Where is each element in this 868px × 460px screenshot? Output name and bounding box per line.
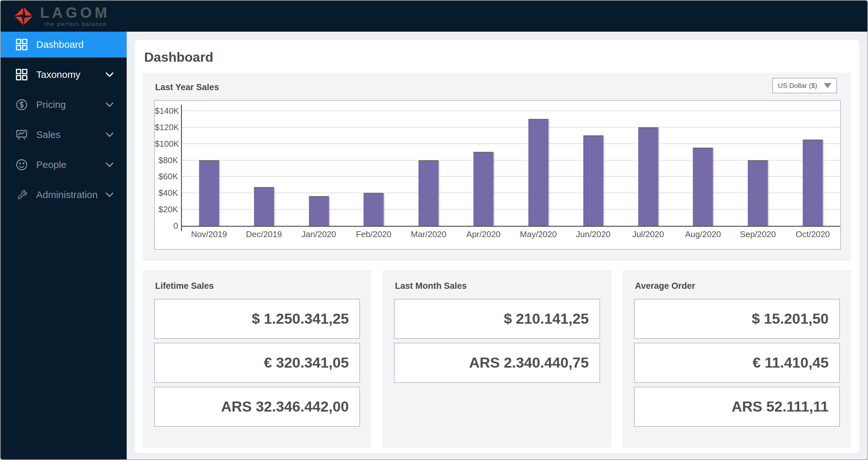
- x-axis-label: Oct/2020: [785, 229, 840, 239]
- y-axis-label: $80K: [155, 155, 178, 165]
- sidebar-item-sales[interactable]: Sales: [1, 122, 127, 147]
- x-axis-label: Aug/2020: [676, 229, 731, 239]
- last-year-sales-card: Last Year Sales US Dollar ($) $140K$120K…: [143, 73, 851, 261]
- bar-dec-2019: [254, 187, 274, 226]
- gridline: [182, 127, 840, 128]
- top-bar: [1, 1, 867, 32]
- sidebar-item-label: Sales: [36, 129, 60, 140]
- y-axis-label: $20K: [155, 204, 178, 215]
- dropdown-arrow-icon: [824, 83, 832, 88]
- x-axis-label: May/2020: [511, 229, 566, 239]
- smiley-icon: [16, 159, 28, 171]
- bar-may-2020: [528, 119, 549, 226]
- x-axis-label: Feb/2020: [346, 229, 401, 239]
- stat-card-title: Average Order: [634, 270, 840, 299]
- currency-select[interactable]: US Dollar ($): [772, 78, 837, 93]
- sales-bar-chart: $140K$120K$100K$80K$60K$40K$20K0Nov/2019…: [154, 100, 841, 250]
- bar-nov-2019: [199, 160, 219, 226]
- gridline: [182, 176, 840, 177]
- bar-jun-2020: [583, 135, 603, 226]
- currency-select-value: US Dollar ($): [778, 82, 817, 90]
- stat-card-lifetime-sales: Lifetime Sales $ 1.250.341,25 € 320.341,…: [143, 270, 371, 448]
- gridline: [182, 209, 840, 210]
- logo: LAGOM the perfect balance: [1, 1, 127, 32]
- chevron-down-icon: [105, 72, 114, 77]
- bar-sep-2020: [748, 160, 768, 226]
- bar-feb-2020: [364, 193, 383, 226]
- sidebar-item-label: Taxonomy: [36, 69, 81, 80]
- stat-card-title: Last Month Sales: [394, 270, 600, 299]
- gridline: [182, 160, 840, 161]
- sidebar-item-dashboard[interactable]: Dashboard: [1, 32, 127, 58]
- y-axis-label: $120K: [155, 122, 178, 132]
- currency-value: $ 1.250.341,25: [154, 299, 360, 339]
- chevron-down-icon: [105, 192, 114, 197]
- currency-value: ARS 32.346.442,00: [154, 387, 360, 427]
- presentation-chart-icon: [16, 129, 28, 141]
- y-axis-label: $100K: [155, 139, 178, 149]
- grid-icon: [16, 68, 28, 81]
- x-axis-label: Nov/2019: [182, 229, 237, 239]
- y-axis-label: $140K: [155, 106, 178, 116]
- currency-value: ARS 2.340.440,75: [394, 343, 600, 383]
- currency-value: $ 210.141,25: [394, 299, 600, 339]
- dollar-circle-icon: [16, 99, 28, 111]
- sidebar-item-administration[interactable]: Administration: [1, 182, 127, 208]
- sidebar-item-label: Dashboard: [36, 39, 84, 50]
- x-axis-label: Jul/2020: [621, 229, 676, 239]
- y-axis-label: $40K: [155, 188, 178, 198]
- stats-row: Lifetime Sales $ 1.250.341,25 € 320.341,…: [143, 270, 851, 448]
- x-axis-label: Jan/2020: [291, 229, 346, 239]
- bar-jan-2020: [309, 196, 329, 226]
- grid-icon: [16, 38, 28, 51]
- x-axis-label: Sep/2020: [730, 229, 785, 239]
- x-axis: [181, 226, 840, 227]
- stat-card-last-month-sales: Last Month Sales $ 210.141,25 ARS 2.340.…: [383, 270, 611, 448]
- bar-aug-2020: [693, 147, 713, 226]
- wrench-icon: [16, 189, 28, 201]
- chevron-down-icon: [105, 132, 114, 137]
- sidebar: LAGOM the perfect balance Dashboard: [1, 1, 127, 459]
- sidebar-item-pricing[interactable]: Pricing: [1, 92, 127, 118]
- y-axis-label: 0: [155, 221, 178, 231]
- sidebar-item-label: People: [36, 159, 66, 170]
- stat-card-title: Lifetime Sales: [154, 270, 360, 299]
- sidebar-item-people[interactable]: People: [1, 152, 127, 178]
- bar-jul-2020: [638, 127, 658, 226]
- gridline: [182, 143, 840, 144]
- bar-oct-2020: [803, 139, 823, 226]
- stat-card-average-order: Average Order $ 15.201,50 € 11.410,45 AR…: [623, 270, 851, 448]
- x-axis-label: Apr/2020: [456, 229, 511, 239]
- brand-tagline: the perfect balance: [44, 21, 110, 28]
- page-title: Dashboard: [143, 40, 851, 73]
- currency-value: € 11.410,45: [634, 343, 840, 383]
- sidebar-item-taxonomy[interactable]: Taxonomy: [1, 62, 127, 88]
- chart-plot-area: $140K$120K$100K$80K$60K$40K$20K0Nov/2019…: [155, 101, 840, 249]
- chevron-down-icon: [105, 102, 114, 107]
- bar-apr-2020: [473, 152, 493, 226]
- x-axis-label: Dec/2019: [237, 229, 291, 239]
- bar-mar-2020: [418, 160, 438, 226]
- y-axis: [181, 105, 182, 231]
- sidebar-item-label: Administration: [36, 189, 98, 200]
- brand-name: LAGOM: [40, 5, 110, 20]
- gridline: [182, 110, 840, 111]
- currency-value: € 320.341,05: [154, 343, 360, 383]
- y-axis-label: $60K: [155, 171, 178, 182]
- sidebar-item-label: Pricing: [36, 99, 66, 110]
- chevron-down-icon: [105, 162, 114, 167]
- main-panel: Dashboard Last Year Sales US Dollar ($) …: [135, 40, 859, 453]
- app-window: LAGOM the perfect balance Dashboard: [0, 0, 868, 460]
- gridline: [182, 193, 840, 193]
- currency-value: $ 15.201,50: [634, 299, 840, 339]
- x-axis-label: Jun/2020: [566, 229, 621, 239]
- currency-value: ARS 52.111,11: [634, 387, 840, 427]
- lagom-diamond-icon: [13, 6, 34, 26]
- sidebar-nav: Dashboard Taxonomy: [1, 32, 127, 212]
- x-axis-label: Mar/2020: [401, 229, 456, 239]
- chart-title: Last Year Sales: [155, 83, 219, 92]
